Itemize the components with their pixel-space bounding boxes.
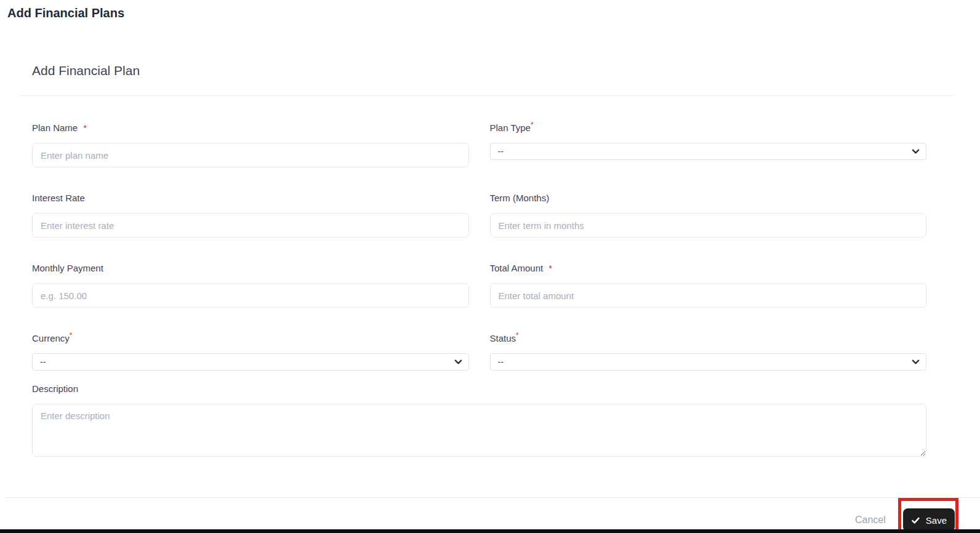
total-amount-group: Total Amount* — [490, 262, 927, 308]
required-asterisk: * — [83, 122, 87, 133]
form-row-4: Currency* -- Status* -- — [32, 332, 926, 371]
total-amount-input[interactable] — [490, 283, 927, 308]
description-group: Description — [32, 383, 926, 459]
status-label-text: Status — [490, 333, 516, 343]
card-heading: Add Financial Plan — [19, 46, 954, 95]
plan-type-label-text: Plan Type — [490, 122, 531, 133]
interest-rate-label: Interest Rate — [32, 192, 469, 204]
term-months-group: Term (Months) — [490, 192, 927, 238]
currency-label-text: Currency — [32, 333, 70, 343]
bottom-edge-bar — [0, 529, 980, 533]
plan-name-label-text: Plan Name — [32, 122, 78, 133]
plan-type-label: Plan Type* — [490, 122, 927, 134]
cancel-button[interactable]: Cancel — [855, 515, 886, 526]
total-amount-label: Total Amount* — [490, 262, 927, 275]
monthly-payment-group: Monthly Payment — [32, 262, 469, 308]
status-select-wrap: -- — [490, 353, 927, 371]
description-label: Description — [32, 383, 926, 395]
total-amount-label-text: Total Amount — [490, 263, 544, 273]
plan-name-label: Plan Name* — [32, 122, 469, 134]
term-months-label: Term (Months) — [490, 192, 927, 204]
form-row-3: Monthly Payment Total Amount* — [32, 262, 926, 308]
status-select[interactable]: -- — [490, 353, 927, 371]
monthly-payment-label: Monthly Payment — [32, 262, 469, 275]
check-icon — [911, 516, 920, 525]
status-group: Status* -- — [490, 332, 927, 371]
description-textarea[interactable] — [32, 404, 926, 457]
plan-name-group: Plan Name* — [32, 122, 469, 167]
form-footer: Cancel Save — [5, 497, 980, 532]
monthly-payment-input[interactable] — [32, 283, 469, 308]
save-button[interactable]: Save — [903, 508, 955, 532]
add-financial-plan-card: Add Financial Plan Plan Name* Plan Type*… — [19, 46, 954, 459]
required-asterisk: * — [531, 121, 534, 129]
interest-rate-input[interactable] — [32, 213, 469, 238]
term-months-input[interactable] — [490, 213, 927, 238]
term-months-label-text: Term (Months) — [490, 193, 550, 203]
currency-group: Currency* -- — [32, 332, 469, 371]
required-asterisk: * — [516, 331, 519, 340]
plan-type-group: Plan Type* -- — [490, 122, 927, 167]
save-button-label: Save — [926, 515, 947, 526]
currency-select-wrap: -- — [32, 353, 469, 371]
interest-rate-group: Interest Rate — [32, 192, 469, 238]
interest-rate-label-text: Interest Rate — [32, 193, 85, 203]
currency-label: Currency* — [32, 332, 469, 345]
required-asterisk: * — [70, 331, 73, 340]
form-row-1: Plan Name* Plan Type* -- — [32, 122, 926, 167]
status-label: Status* — [490, 332, 927, 345]
required-asterisk: * — [548, 263, 552, 273]
form-body: Plan Name* Plan Type* -- Int — [19, 96, 954, 459]
page-title: Add Financial Plans — [0, 0, 980, 22]
form-row-2: Interest Rate Term (Months) — [32, 192, 926, 238]
monthly-payment-label-text: Monthly Payment — [32, 263, 103, 273]
plan-type-select[interactable]: -- — [490, 143, 927, 160]
plan-name-input[interactable] — [32, 143, 469, 167]
plan-type-select-wrap: -- — [490, 143, 927, 160]
currency-select[interactable]: -- — [32, 353, 469, 371]
description-label-text: Description — [32, 383, 78, 394]
